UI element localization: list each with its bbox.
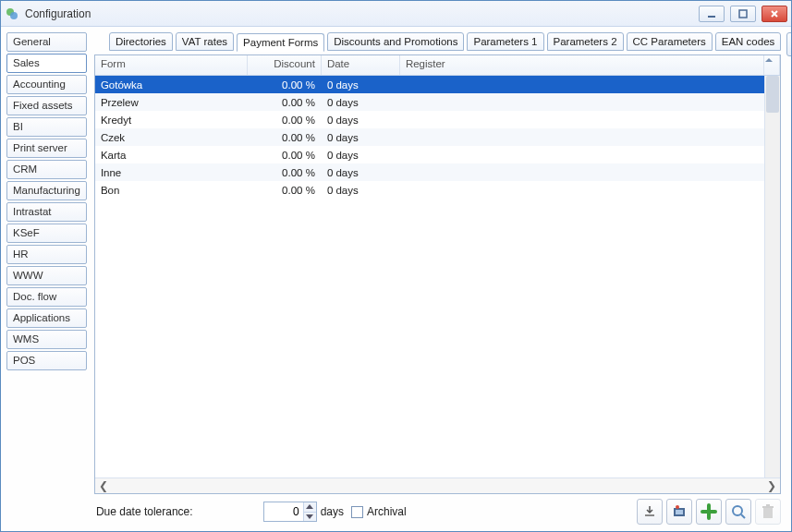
tab-ean-codes[interactable]: EAN codes [715,32,782,51]
sidebar-item-accounting[interactable]: Accounting [6,75,87,94]
cell-discount: 0.00 % [248,132,322,143]
grid-rows: Gotówka0.00 %0 daysPrzelew0.00 %0 daysKr… [95,76,764,478]
table-row[interactable]: Przelew0.00 %0 days [95,93,764,111]
sidebar-item-doc-flow[interactable]: Doc. flow [6,287,87,307]
sidebar-item-bi[interactable]: BI [6,117,87,137]
sidebar-item-print-server[interactable]: Print server [6,139,87,158]
scroll-right-button[interactable]: ❯ [765,480,778,492]
import-icon [672,504,687,519]
cell-discount: 0.00 % [248,150,322,161]
grid-header: Form Discount Date Register [95,55,780,76]
cell-discount: 0.00 % [248,97,322,108]
trash-icon [762,504,774,519]
sidebar-item-applications[interactable]: Applications [6,308,87,328]
app-icon [5,6,19,21]
cell-form: Karta [95,150,248,161]
sidebar-item-sales[interactable]: Sales [6,54,87,73]
archival-label: Archival [367,505,407,518]
right-tool-strip [786,27,791,531]
cell-date: 0 days [322,115,400,126]
table-row[interactable]: Czek0.00 %0 days [95,128,764,146]
svg-point-7 [733,506,742,515]
body: GeneralSalesAccountingFixed assetsBIPrin… [1,27,791,531]
cell-discount: 0.00 % [248,185,322,196]
grid-body: Gotówka0.00 %0 daysPrzelew0.00 %0 daysKr… [95,76,780,478]
plus-icon [701,503,717,520]
export-icon [642,504,657,519]
table-row[interactable]: Bon0.00 %0 days [95,181,764,199]
close-button[interactable] [762,6,787,22]
table-row[interactable]: Inne0.00 %0 days [95,163,764,181]
spin-down-button[interactable] [304,513,316,522]
sidebar-item-crm[interactable]: CRM [6,160,87,179]
svg-rect-2 [708,16,715,18]
cell-form: Przelew [95,97,248,108]
cell-date: 0 days [322,79,400,91]
svg-rect-3 [739,10,747,18]
sidebar-item-www[interactable]: WWW [6,266,87,285]
cell-form: Gotówka [95,79,248,91]
due-date-input[interactable] [264,502,303,521]
table-row[interactable]: Kredyt0.00 %0 days [95,111,764,128]
cell-discount: 0.00 % [248,167,322,178]
save-icon [790,36,791,53]
svg-rect-9 [762,506,774,508]
sidebar-item-intrastat[interactable]: Intrastat [6,202,87,222]
tab-discounts-and-promotions[interactable]: Discounts and Promotions [327,32,464,51]
titlebar: Configuration [1,1,791,27]
cell-form: Czek [95,132,248,143]
col-header-form[interactable]: Form [95,55,248,75]
window-title: Configuration [25,7,699,20]
tab-payment-forms[interactable]: Payment Forms [237,33,324,52]
maximize-button[interactable] [730,6,756,22]
tab-parameters-1[interactable]: Parameters 1 [467,32,543,51]
scroll-left-button[interactable]: ❮ [97,480,110,492]
sidebar-item-hr[interactable]: HR [6,245,87,264]
tab-cc-parameters[interactable]: CC Parameters [627,32,713,51]
checkbox-icon [351,506,363,518]
cell-date: 0 days [322,167,400,178]
tab-directories[interactable]: Directories [109,32,173,51]
payment-forms-grid: Form Discount Date Register Gotówka0.00 … [94,54,781,494]
sidebar-item-wms[interactable]: WMS [6,330,87,349]
table-row[interactable]: Gotówka0.00 %0 days [95,76,764,93]
cell-discount: 0.00 % [248,79,322,91]
window-controls [699,6,787,22]
save-button[interactable] [786,32,791,56]
horizontal-scrollbar[interactable]: ❮ ❯ [95,478,780,493]
tab-parameters-2[interactable]: Parameters 2 [547,32,624,51]
vertical-scrollbar[interactable] [764,76,780,478]
sidebar-item-general[interactable]: General [6,32,87,52]
cell-date: 0 days [322,97,400,108]
sidebar-item-fixed-assets[interactable]: Fixed assets [6,96,87,115]
col-header-date[interactable]: Date [322,55,400,75]
col-header-discount[interactable]: Discount [248,55,322,75]
minimize-button[interactable] [699,6,725,22]
cell-form: Bon [95,185,248,196]
sidebar-item-manufacturing[interactable]: Manufacturing [6,181,87,200]
preview-button[interactable] [725,499,751,525]
delete-button[interactable] [755,499,781,525]
svg-rect-5 [676,510,683,514]
col-header-register[interactable]: Register [400,55,764,75]
add-button[interactable] [696,499,722,525]
sidebar-item-ksef[interactable]: KSeF [6,224,87,243]
sidebar: GeneralSalesAccountingFixed assetsBIPrin… [1,27,91,531]
import-button[interactable] [666,499,692,525]
export-button[interactable] [637,499,663,525]
cell-date: 0 days [322,132,400,143]
cancel-button[interactable] [786,66,791,90]
cell-discount: 0.00 % [248,115,322,126]
due-date-label: Due date tolerance: [96,505,193,518]
tab-vat-rates[interactable]: VAT rates [176,32,234,51]
due-date-unit: days [321,505,344,518]
table-row[interactable]: Karta0.00 %0 days [95,146,764,163]
due-date-spinner[interactable] [263,502,317,522]
scroll-up-button[interactable] [764,55,780,75]
spin-up-button[interactable] [304,502,316,513]
svg-rect-8 [763,508,773,518]
sidebar-item-pos[interactable]: POS [6,351,87,370]
tabs: DirectoriesVAT ratesPayment FormsDiscoun… [109,32,781,51]
cell-date: 0 days [322,150,400,161]
archival-checkbox[interactable]: Archival [351,505,407,518]
